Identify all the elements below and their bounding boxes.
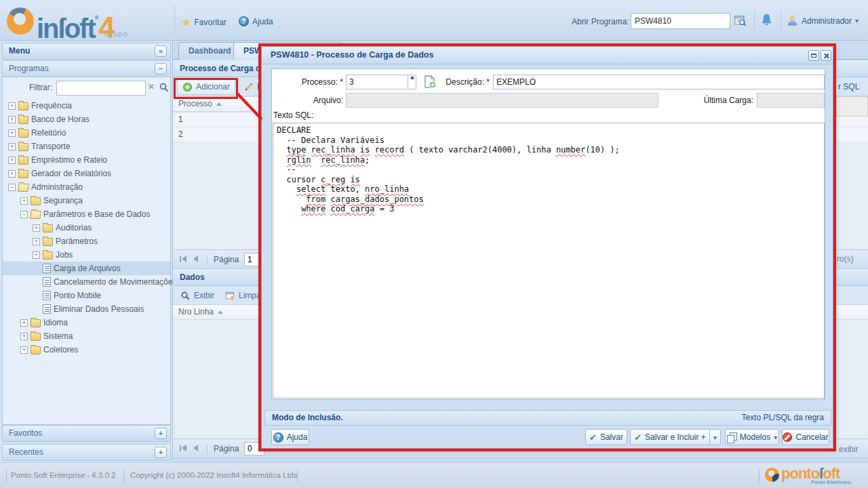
tree-item-ponto-mobile[interactable]: Ponto Mobile	[3, 289, 170, 302]
descricao-label: Descrição: *	[431, 75, 490, 89]
expand-plus-icon[interactable]: +	[8, 143, 16, 150]
ultima-carga-label: Última Carga:	[686, 93, 753, 108]
tree-item-jobs[interactable]: +Jobs	[3, 248, 170, 262]
tree-item-gerador-de-relat-rios[interactable]: +Gerador de Relatórios	[3, 167, 170, 180]
tree-item-frequ-ncia[interactable]: +Frequência	[3, 99, 170, 113]
folder-icon	[18, 116, 28, 124]
tree-item-coletores[interactable]: +Coletores	[3, 343, 170, 357]
cancelar-button[interactable]: Cancelar	[782, 429, 829, 445]
texto-sql-editor[interactable]: DECLARE -- Declara Variáveis type rec_li…	[273, 123, 825, 399]
collapse-section-icon[interactable]: −	[155, 63, 167, 75]
program-tree: +Frequência+Banco de Horas+Refeitório+Tr…	[3, 99, 170, 357]
open-program-icon[interactable]	[734, 14, 747, 27]
folder-icon	[18, 143, 28, 151]
tree-item-seguran-a[interactable]: +Segurança	[3, 194, 170, 207]
abrir-programa-input[interactable]	[631, 13, 730, 29]
folder-icon	[18, 170, 28, 178]
insoft-logo-icon	[7, 7, 34, 35]
expand-section-icon[interactable]: +	[155, 447, 167, 458]
tree-item-administra-o[interactable]: −Administração	[3, 180, 170, 194]
expand-plus-icon[interactable]: +	[8, 129, 16, 137]
salvar-button[interactable]: ✔ Salvar	[585, 429, 627, 445]
folder-open-icon	[18, 184, 28, 192]
tree-item-sistema[interactable]: +Sistema	[3, 329, 170, 343]
tree-item-empr-stimo-e-rateio[interactable]: +Empréstimo e Rateio	[3, 153, 170, 167]
tree-item-label: Auditorias	[56, 223, 92, 232]
first-page-icon[interactable]	[180, 445, 186, 451]
expand-plus-icon[interactable]: +	[8, 157, 16, 164]
expand-plus-icon[interactable]: +	[8, 116, 16, 123]
collapse-minus-icon[interactable]: −	[8, 184, 16, 191]
salvar-label: Salvar	[600, 432, 623, 442]
tree-item-cancelamento-de-movimenta-es[interactable]: Cancelamento de Movimentações	[3, 275, 170, 289]
maximize-icon[interactable]	[808, 50, 819, 61]
user-menu[interactable]: Administrador ▾	[787, 15, 859, 26]
modelos-button[interactable]: Modelos ▾	[725, 429, 779, 445]
expand-plus-icon[interactable]: +	[20, 319, 28, 327]
prev-page-icon[interactable]	[193, 445, 198, 451]
processo-input[interactable]	[346, 75, 416, 89]
tree-item-banco-de-horas[interactable]: +Banco de Horas	[3, 113, 170, 126]
tab-dashboard[interactable]: Dashboard	[178, 42, 241, 60]
expand-plus-icon[interactable]: +	[33, 238, 40, 245]
filter-search-icon[interactable]	[159, 82, 170, 93]
first-page-icon[interactable]	[180, 256, 186, 262]
modal-ajuda-button[interactable]: Ajuda	[271, 429, 309, 445]
salvar-e-incluir-button[interactable]: ✔ Salvar e Incluir +	[630, 429, 710, 445]
filter-input[interactable]	[56, 81, 146, 96]
exibir-button[interactable]: Exibir	[176, 287, 219, 304]
header-divider	[174, 5, 175, 35]
adicionar-button[interactable]: Adicionar	[177, 79, 235, 95]
tree-item-par-metros-e-base-de-dados[interactable]: −Parâmetros e Base de Dados	[3, 207, 170, 221]
expand-plus-icon[interactable]: +	[33, 251, 40, 259]
tree-item-par-metros[interactable]: +Parâmetros	[3, 235, 170, 248]
texto-sql-label: Texto SQL:	[273, 108, 321, 123]
notifications-bell-icon[interactable]	[760, 13, 774, 27]
tree-item-carga-de-arquivos[interactable]: Carga de Arquivos	[3, 262, 170, 275]
close-icon[interactable]	[821, 50, 831, 61]
tree-item-eliminar-dados-pessoais[interactable]: Eliminar Dados Pessoais	[3, 302, 170, 316]
tree-item-refeit-rio[interactable]: +Refeitório	[3, 126, 170, 140]
prev-page-icon[interactable]	[193, 256, 198, 262]
chevron-down-icon: ▾	[855, 17, 859, 24]
tree-item-auditorias[interactable]: +Auditorias	[3, 221, 170, 235]
favoritar-button[interactable]: ★ Favoritar	[182, 16, 226, 28]
recentes-panel-header[interactable]: Recentes +	[2, 444, 171, 461]
salvar-e-incluir-dropdown[interactable]: ▾	[710, 429, 721, 445]
descricao-input[interactable]	[493, 75, 825, 89]
magnifier-icon	[180, 291, 191, 301]
cancelar-label: Cancelar	[795, 432, 828, 442]
expand-plus-icon[interactable]: +	[8, 170, 16, 178]
pager-label: Página	[214, 255, 239, 264]
user-icon	[787, 15, 798, 26]
footer-divider	[297, 470, 298, 482]
filter-clear-icon[interactable]: ✕	[148, 82, 155, 92]
collapse-minus-icon[interactable]: −	[20, 211, 28, 218]
expand-plus-icon[interactable]: +	[20, 197, 28, 205]
dados-panel-title: Dados	[180, 272, 205, 282]
user-label: Administrador	[802, 16, 852, 26]
tree-item-idioma[interactable]: +Idioma	[3, 316, 170, 329]
sort-asc-icon	[218, 310, 223, 314]
expand-plus-icon[interactable]: +	[20, 346, 28, 354]
footer-divider	[6, 470, 7, 482]
pontosoft-logo-icon	[765, 468, 779, 482]
expand-plus-icon[interactable]: +	[20, 333, 28, 340]
ajuda-button[interactable]: Ajuda	[239, 16, 273, 26]
tab-psw-label: PSW	[243, 46, 262, 56]
menu-title: Menu	[9, 46, 30, 56]
tree-item-label: Gerador de Relatórios	[31, 169, 111, 178]
tree-item-label: Idioma	[43, 318, 68, 327]
favoritos-panel-header[interactable]: Favoritos +	[2, 425, 171, 442]
modelos-label: Modelos	[740, 432, 770, 442]
folder-icon	[31, 346, 41, 354]
tree-item-transporte[interactable]: +Transporte	[3, 140, 170, 153]
collapse-sidebar-icon[interactable]: «	[155, 45, 167, 57]
expand-plus-icon[interactable]: +	[33, 224, 40, 232]
programas-panel-header[interactable]: Programas −	[2, 60, 171, 77]
menu-panel-header[interactable]: Menu «	[2, 43, 171, 60]
modal-title-bar[interactable]: PSW4810 - Processo de Carga de Dados	[262, 47, 833, 64]
expand-section-icon[interactable]: +	[155, 428, 167, 439]
expand-plus-icon[interactable]: +	[8, 102, 16, 110]
sql-toolbar-fragment[interactable]: r SQL	[838, 82, 859, 92]
